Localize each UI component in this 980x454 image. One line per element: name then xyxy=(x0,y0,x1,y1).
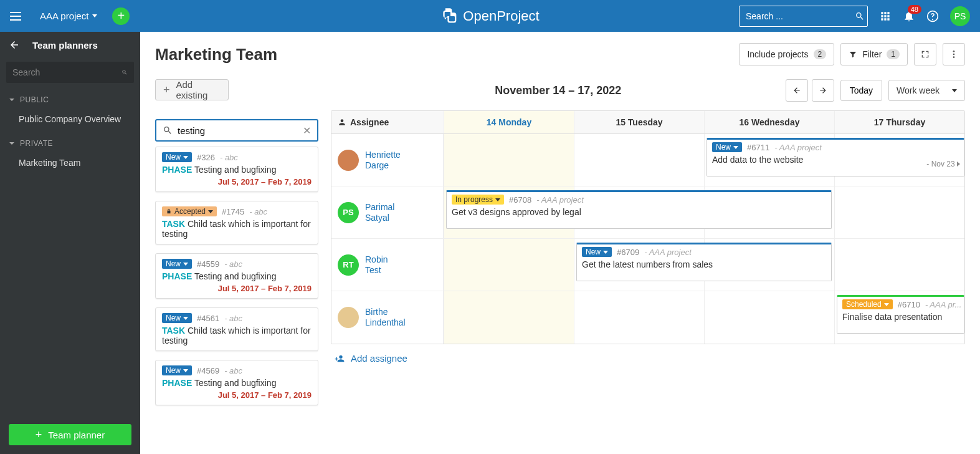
notifications-button[interactable]: 48 xyxy=(903,10,915,22)
wp-card[interactable]: Accepted #1745 - abc TASK Child task whi… xyxy=(155,201,318,244)
task-project: - AAA project xyxy=(536,195,584,205)
task-bar[interactable]: New #6709 - AAA project Get the latest n… xyxy=(576,243,832,281)
wp-card[interactable]: New #4559 - abc PHASE Testing and bugfix… xyxy=(155,253,318,299)
add-assignee-button[interactable]: Add assignee xyxy=(331,344,965,372)
wp-type: TASK xyxy=(162,219,185,229)
brand: OpenProject xyxy=(440,7,539,25)
add-existing-button[interactable]: + Add existing xyxy=(155,79,229,100)
assignee-name: BirtheLindenthal xyxy=(365,307,406,328)
search-icon xyxy=(163,125,173,135)
wp-dates: Jul 5, 2017 – Feb 7, 2019 xyxy=(162,390,312,400)
wp-project: - abc xyxy=(224,314,242,323)
day-cell[interactable] xyxy=(834,186,964,238)
day-cell[interactable] xyxy=(444,291,574,344)
include-projects-button[interactable]: Include projects 2 xyxy=(739,43,834,65)
svg-point-1 xyxy=(953,54,955,56)
page-title: Marketing Team xyxy=(155,45,277,64)
plus-icon: + xyxy=(163,84,170,97)
sidebar-section-private[interactable]: PRIVATE xyxy=(0,130,140,152)
wp-subject: Testing and bugfixing xyxy=(194,271,277,281)
user-avatar[interactable]: PS xyxy=(950,6,970,26)
task-bar[interactable]: In progress #6708 - AAA project Get v3 d… xyxy=(446,190,832,229)
wp-card[interactable]: New #4569 - abc PHASE Testing and bugfix… xyxy=(155,360,318,405)
global-search-input[interactable] xyxy=(746,11,855,21)
task-title: Add data to the website xyxy=(712,155,959,165)
next-button[interactable] xyxy=(812,79,834,102)
avatar xyxy=(338,150,359,171)
task-title: Get the latest numbers from sales xyxy=(582,259,826,269)
chevron-down-icon xyxy=(952,89,957,92)
status-badge: Accepted xyxy=(162,206,217,216)
wp-id: #4569 xyxy=(197,366,219,375)
task-bar[interactable]: Scheduled #6710 - AAA pr... Finalise dat… xyxy=(837,295,964,334)
day-cell[interactable] xyxy=(444,239,574,291)
filter-icon xyxy=(849,50,857,59)
project-selector[interactable]: AAA project xyxy=(40,11,97,21)
status-badge: In progress xyxy=(452,195,504,205)
wp-project: - abc xyxy=(224,259,242,269)
chevron-down-icon xyxy=(92,14,97,17)
sidebar-search[interactable] xyxy=(6,62,134,83)
day-cell[interactable] xyxy=(834,239,964,291)
prev-button[interactable] xyxy=(786,79,808,102)
task-id: #6709 xyxy=(617,248,639,257)
include-projects-count: 2 xyxy=(814,49,827,59)
arrow-right-icon xyxy=(819,86,827,95)
create-button[interactable]: + xyxy=(112,7,130,25)
wp-type: TASK xyxy=(162,326,185,336)
task-id: #6708 xyxy=(509,195,531,205)
filter-button[interactable]: Filter 1 xyxy=(840,43,908,65)
apps-button[interactable] xyxy=(879,10,892,22)
fullscreen-button[interactable] xyxy=(914,43,936,65)
task-bar[interactable]: New #6711 - AAA project Add data to the … xyxy=(706,138,964,176)
back-button[interactable] xyxy=(9,39,20,51)
svg-point-2 xyxy=(953,56,955,58)
clear-icon[interactable]: ✕ xyxy=(303,125,311,137)
wp-type: PHASE xyxy=(162,165,192,175)
today-button[interactable]: Today xyxy=(840,80,882,101)
assignee-cell[interactable]: PSParimalSatyal xyxy=(331,186,444,238)
task-title: Get v3 designs approved by legal xyxy=(452,207,826,217)
assignee-name: HenrietteDarge xyxy=(365,150,401,171)
sidebar-title: Team planners xyxy=(32,40,98,51)
expand-icon xyxy=(920,49,930,59)
day-cell[interactable] xyxy=(574,291,704,344)
status-badge: New xyxy=(162,313,192,323)
chevron-down-icon xyxy=(9,97,15,103)
wp-card[interactable]: New #326 - abc PHASE Testing and bugfixi… xyxy=(155,147,318,192)
wp-dates: Jul 5, 2017 – Feb 7, 2019 xyxy=(162,284,312,293)
user-icon xyxy=(338,118,346,127)
global-search[interactable] xyxy=(739,6,868,27)
view-select[interactable]: Work week xyxy=(888,80,965,101)
day-header: 17 Thursday xyxy=(834,111,964,133)
new-team-planner-button[interactable]: + Team planner xyxy=(9,424,131,445)
wp-dates: Jul 5, 2017 – Feb 7, 2019 xyxy=(162,177,312,186)
assignee-cell[interactable]: HenrietteDarge xyxy=(331,134,444,186)
status-badge: New xyxy=(162,365,192,375)
svg-point-0 xyxy=(953,51,955,52)
task-id: #6710 xyxy=(898,300,920,309)
assignee-cell[interactable]: BirtheLindenthal xyxy=(331,291,444,344)
sidebar-section-public[interactable]: PUBLIC xyxy=(0,87,140,108)
sidebar-search-input[interactable] xyxy=(12,67,121,77)
assignee-cell[interactable]: RTRobinTest xyxy=(331,239,444,291)
date-range: November 14 – 17, 2022 xyxy=(331,84,786,97)
wp-project: - abc xyxy=(249,207,267,216)
task-project: - AAA pr... xyxy=(925,300,962,309)
wp-subject: Testing and bugfixing xyxy=(194,165,277,175)
day-cell[interactable] xyxy=(444,134,574,186)
add-user-icon xyxy=(335,354,345,364)
help-button[interactable] xyxy=(926,10,939,22)
hamburger-menu[interactable] xyxy=(10,9,25,24)
day-cell[interactable] xyxy=(704,291,834,344)
wp-card[interactable]: New #4561 - abc TASK Child task which is… xyxy=(155,307,318,351)
day-cell[interactable] xyxy=(574,134,704,186)
task-project: - AAA project xyxy=(774,143,822,152)
sidebar-item[interactable]: Public Company Overview xyxy=(0,108,140,130)
assignee-name: RobinTest xyxy=(365,254,388,276)
wp-search[interactable]: ✕ xyxy=(155,119,318,142)
status-badge: New xyxy=(712,142,742,152)
sidebar-item[interactable]: Marketing Team xyxy=(0,152,140,174)
more-menu-button[interactable] xyxy=(943,43,965,65)
wp-search-input[interactable] xyxy=(178,125,298,136)
